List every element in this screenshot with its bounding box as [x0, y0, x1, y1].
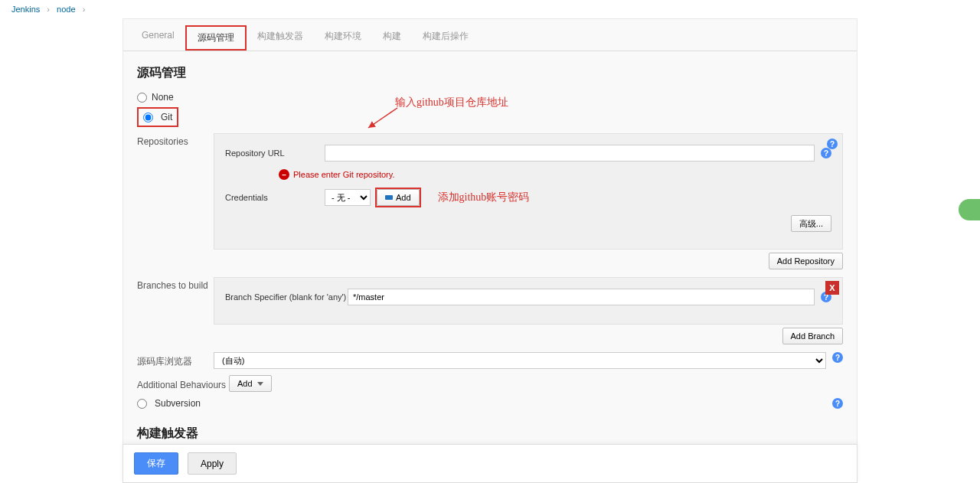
chevron-right-icon: ›	[83, 5, 86, 14]
scm-option-none[interactable]: None	[137, 92, 843, 103]
branches-row: Branches to build X Branch Specifier (bl…	[137, 277, 843, 325]
radio-none[interactable]	[137, 93, 147, 103]
tab-general[interactable]: General	[131, 25, 185, 51]
repo-browser-row: 源码库浏览器 (自动) ?	[137, 352, 843, 369]
chevron-right-icon: ›	[47, 5, 50, 14]
repo-url-error: – Please enter Git repository.	[279, 169, 831, 180]
radio-git-label: Git	[161, 112, 172, 122]
repo-url-input[interactable]	[325, 145, 815, 162]
sticky-actions: 保存 Apply	[122, 444, 858, 483]
help-icon[interactable]: ?	[827, 139, 838, 149]
repositories-body: ? Repository URL ? – Please enter Git re…	[214, 133, 843, 250]
save-button[interactable]: 保存	[134, 452, 178, 475]
key-icon	[385, 195, 393, 200]
branch-specifier-label: Branch Specifier (blank for 'any')	[225, 292, 348, 302]
caret-down-icon	[257, 382, 263, 386]
repo-browser-label: 源码库浏览器	[137, 352, 214, 368]
tab-env[interactable]: 构建环境	[314, 25, 372, 51]
radio-git[interactable]	[143, 113, 153, 122]
behaviours-label: Additional Behaviours	[137, 377, 229, 390]
branch-specifier-input[interactable]	[348, 289, 815, 305]
breadcrumb-node[interactable]: node	[57, 5, 75, 14]
help-icon[interactable]: ?	[832, 398, 843, 409]
triggers-section-title: 构建触发器	[137, 426, 843, 442]
behaviours-row: Additional Behaviours Add	[137, 375, 843, 392]
tab-scm[interactable]: 源码管理	[185, 25, 247, 51]
breadcrumb: Jenkins › node ›	[0, 0, 980, 18]
main-panel: General 源码管理 构建触发器 构建环境 构建 构建后操作 源码管理 No…	[122, 18, 858, 483]
annotation-cred: 添加github账号密码	[438, 191, 530, 204]
floating-badge-icon[interactable]	[959, 199, 980, 220]
scm-section-title: 源码管理	[137, 65, 843, 81]
add-credentials-button[interactable]: Add	[377, 189, 420, 206]
repositories-label: Repositories	[137, 133, 214, 147]
error-text: Please enter Git repository.	[293, 170, 394, 179]
credentials-select[interactable]: - 无 -	[325, 189, 371, 206]
add-repository-button[interactable]: Add Repository	[769, 253, 843, 269]
repo-browser-select[interactable]: (自动)	[214, 352, 826, 369]
tab-postbuild[interactable]: 构建后操作	[412, 25, 479, 51]
advanced-button[interactable]: 高级...	[791, 215, 831, 232]
tab-triggers[interactable]: 构建触发器	[247, 25, 314, 51]
delete-branch-button[interactable]: X	[825, 281, 839, 295]
credentials-label: Credentials	[225, 193, 325, 202]
help-icon[interactable]: ?	[832, 352, 843, 363]
radio-none-label: None	[152, 92, 174, 103]
add-behaviour-button[interactable]: Add	[229, 375, 272, 392]
config-tabs: General 源码管理 构建触发器 构建环境 构建 构建后操作	[123, 19, 857, 51]
scm-option-git[interactable]: Git	[137, 107, 843, 127]
tab-build[interactable]: 构建	[372, 25, 412, 51]
radio-subversion[interactable]	[137, 399, 147, 409]
repositories-row: Repositories ? Repository URL ? – Please…	[137, 133, 843, 250]
radio-subversion-label: Subversion	[155, 398, 201, 409]
error-icon: –	[279, 169, 289, 180]
add-branch-button[interactable]: Add Branch	[782, 328, 843, 344]
apply-button[interactable]: Apply	[188, 452, 237, 475]
branches-body: X Branch Specifier (blank for 'any') ?	[214, 277, 843, 325]
scm-option-subversion[interactable]: Subversion ?	[137, 398, 843, 409]
repo-url-label: Repository URL	[225, 148, 325, 158]
branches-label: Branches to build	[137, 277, 214, 291]
breadcrumb-root[interactable]: Jenkins	[11, 5, 40, 14]
help-icon[interactable]: ?	[821, 148, 831, 158]
